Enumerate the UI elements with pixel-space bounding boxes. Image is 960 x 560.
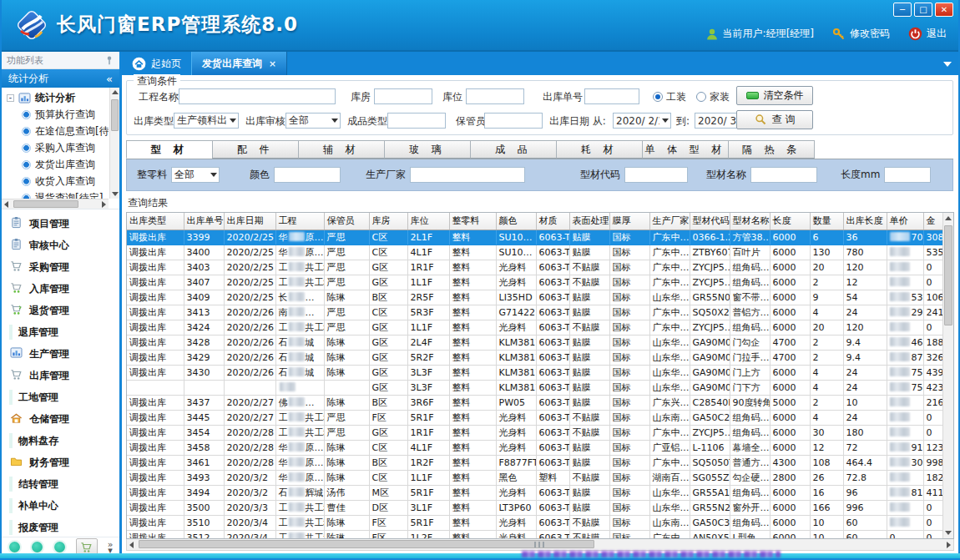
column-header-keeper[interactable]: 保管员 [324, 213, 369, 230]
outbound-type-select[interactable]: 生产领料出库 [174, 113, 239, 129]
table-row[interactable]: 调拨出库34032020/2/25工共工程严思G区1R1F整料光身料6063-T… [127, 260, 942, 275]
column-header-amount[interactable]: 金 [923, 213, 942, 230]
tab-home[interactable]: 起始页 [122, 52, 191, 75]
sidebar-item-工地管理[interactable]: 工地管理 [2, 386, 119, 408]
material-tab-7[interactable]: 单 体 型 材 [642, 140, 729, 159]
module-dot-icon[interactable] [9, 542, 20, 552]
order-no-input[interactable] [584, 88, 639, 104]
sidebar-item-仓储管理[interactable]: 仓储管理 [2, 408, 119, 430]
module-dot-icon[interactable] [32, 542, 43, 552]
table-row[interactable]: 调拨出库35102020/3/4工共工程陈琳F区5R1F整料光身料6063-T5… [127, 515, 942, 530]
grid-horizontal-scrollbar[interactable] [126, 539, 954, 551]
table-row[interactable]: 调拨出库34612020/2/28华原…陈琳B区1R2F整料F8877FT606… [127, 455, 942, 470]
table-row[interactable]: 调拨出库35122020/3/4工共工程陈琳F区1L2F整料光身料6063-T5… [127, 530, 942, 538]
scroll-right-icon[interactable] [947, 542, 951, 548]
tab-close-icon[interactable]: × [269, 58, 276, 69]
scroll-right-icon[interactable] [102, 201, 106, 208]
table-row[interactable]: 调拨出库34242020/2/26工共工程严思G区1L1F整料光身料6063-T… [127, 320, 942, 335]
tree-item[interactable]: 采购入库查询 [3, 139, 109, 156]
table-row[interactable]: 调拨出库35002020/3/3工共工程曹佳D区3L1F整料LT3P606063… [127, 500, 942, 515]
column-header-whole[interactable]: 整零料 [449, 213, 496, 230]
table-row[interactable]: G区3L3F整料KLM38176063-T5贴膜国标山东华…GA90M09.门下… [127, 380, 942, 395]
tree-expander-icon[interactable]: - [7, 94, 14, 102]
profile-code-input[interactable] [624, 167, 688, 183]
table-row[interactable]: 调拨出库34132020/2/26南…严思C区5R3F整料G714226063-… [127, 305, 942, 320]
radio-work[interactable]: 工装 [653, 88, 686, 105]
sidebar-item-项目管理[interactable]: 项目管理 [2, 213, 119, 235]
sidebar-item-采购管理[interactable]: 采购管理 [2, 256, 119, 278]
grid-vertical-scrollbar[interactable] [942, 213, 953, 538]
tree-horizontal-scrollbar[interactable] [2, 199, 109, 209]
scroll-up-icon[interactable] [945, 216, 952, 220]
sidebar-item-出库管理[interactable]: 出库管理 [2, 365, 119, 386]
keeper-input[interactable] [484, 113, 543, 129]
scroll-left-icon[interactable] [4, 201, 8, 208]
table-row[interactable]: 调拨出库34282020/2/26石城陈琳G区2L4F整料KLM38176063… [127, 335, 942, 350]
material-tab-8[interactable]: 隔 热 条 [728, 140, 815, 159]
column-header-code[interactable]: 型材代码 [690, 213, 730, 230]
sidebar-item-补单中心[interactable]: 补单中心 [2, 495, 119, 517]
column-header-film[interactable]: 膜厚 [609, 213, 649, 230]
tree-vertical-scrollbar[interactable] [109, 88, 119, 199]
material-tab-5[interactable]: 成 品 [470, 140, 557, 159]
profile-name-input[interactable] [750, 167, 817, 183]
warehouse-input[interactable] [374, 88, 432, 104]
sidebar-item-生产管理[interactable]: 生产管理 [2, 343, 119, 365]
product-type-input[interactable] [387, 113, 446, 129]
column-header-surf[interactable]: 表面处理 [569, 213, 609, 230]
collapse-panel-icon[interactable]: « [106, 73, 113, 85]
module-dot-icon[interactable] [54, 542, 65, 552]
column-header-len[interactable]: 长度 [770, 213, 810, 230]
sidebar-item-结转管理[interactable]: 结转管理 [2, 473, 119, 495]
material-tab-6[interactable]: 耗 材 [556, 140, 643, 159]
stat-panel-header[interactable]: 统计分析 « [2, 69, 119, 88]
table-row[interactable]: 调拨出库34582020/2/28华原…陈琳C区4L1F整料光身料6063-T5… [127, 440, 942, 455]
close-button[interactable]: ✕ [935, 3, 953, 17]
sidebar-item-审核中心[interactable]: 审核中心 [2, 235, 119, 256]
table-row[interactable]: 调拨出库34452020/2/27工共工程严思F区5R1F整料光身料6063-T… [127, 410, 942, 425]
sidebar-item-报废管理[interactable]: 报废管理 [2, 517, 119, 537]
sidebar-item-入库管理[interactable]: 入库管理 [2, 278, 119, 300]
sidebar-item-退库管理[interactable]: 退库管理 [2, 321, 119, 343]
material-tab-4[interactable]: 玻 璃 [384, 140, 471, 159]
pin-icon[interactable] [104, 55, 114, 65]
column-header-mat[interactable]: 材质 [536, 213, 569, 230]
splitter-grip[interactable] [534, 542, 546, 547]
column-header-name[interactable]: 型材名称 [730, 213, 770, 230]
location-input[interactable] [466, 88, 524, 104]
column-header-date[interactable]: 出库日期 [224, 213, 275, 230]
scroll-left-icon[interactable] [129, 542, 134, 548]
tree-item[interactable]: 在途信息查询[待 [3, 123, 109, 139]
table-row[interactable]: 调拨出库34372020/2/27佛…陈琳B区3R6F整料PW056063-T5… [127, 395, 942, 410]
table-row[interactable]: 调拨出库34942020/3/2石辉城汤伟M区5R1F整料光身料6063-T5贴… [127, 485, 942, 500]
scroll-down-icon[interactable] [112, 192, 119, 196]
column-header-outlen[interactable]: 出库长度 [843, 213, 887, 230]
manufacturer-input[interactable] [410, 167, 525, 183]
column-header-color[interactable]: 颜色 [496, 213, 536, 230]
scroll-down-icon[interactable] [945, 531, 952, 535]
length-input[interactable] [884, 167, 931, 183]
table-row[interactable]: 调拨出库34932020/3/2华原…陈琳C区1L1F整料黑色塑料不贴膜国标湖南… [127, 470, 942, 485]
search-button[interactable]: 查 询 [736, 110, 813, 129]
column-header-mfr[interactable]: 生产厂家 [649, 213, 690, 230]
clear-conditions-button[interactable]: 清空条件 [736, 86, 813, 105]
tree-item[interactable]: 退货查询[待定] [3, 189, 109, 199]
change-password-button[interactable]: 修改密码 [832, 27, 890, 41]
audit-select[interactable]: 全部 [285, 113, 341, 129]
table-row[interactable]: 调拨出库34092020/2/25长…陈琳B区2R5F整料LI35HD6063-… [127, 290, 942, 305]
column-header-no[interactable]: 出库单号 [184, 213, 224, 230]
table-row[interactable]: 调拨出库34542020/2/28工共工程严思G区1R1F整料光身料6063-T… [127, 425, 942, 440]
more-modules-button[interactable]: »▾ [108, 542, 114, 553]
maximize-button[interactable]: □ [914, 3, 932, 17]
scroll-up-icon[interactable] [112, 90, 119, 94]
table-row[interactable]: 调拨出库34302020/2/26石城陈琳G区3L3F整料KLM38176063… [127, 365, 942, 380]
column-header-loc[interactable]: 库位 [407, 213, 449, 230]
date-from-select[interactable]: 2020/ 2/16 [613, 113, 671, 129]
column-header-qty[interactable]: 数量 [810, 213, 843, 230]
tree-item[interactable]: 发货出库查询 [3, 156, 109, 173]
tab-list-dropdown-icon[interactable] [943, 62, 952, 67]
table-row[interactable]: 调拨出库34072020/2/25工共工程严思G区1L1F整料光身料6063-T… [127, 275, 942, 290]
table-row[interactable]: 调拨出库34292020/2/26石城陈琳G区5R2F整料KLM38176063… [127, 350, 942, 365]
material-tab-3[interactable]: 辅 材 [298, 140, 385, 159]
radio-home[interactable]: 家装 [696, 88, 730, 105]
